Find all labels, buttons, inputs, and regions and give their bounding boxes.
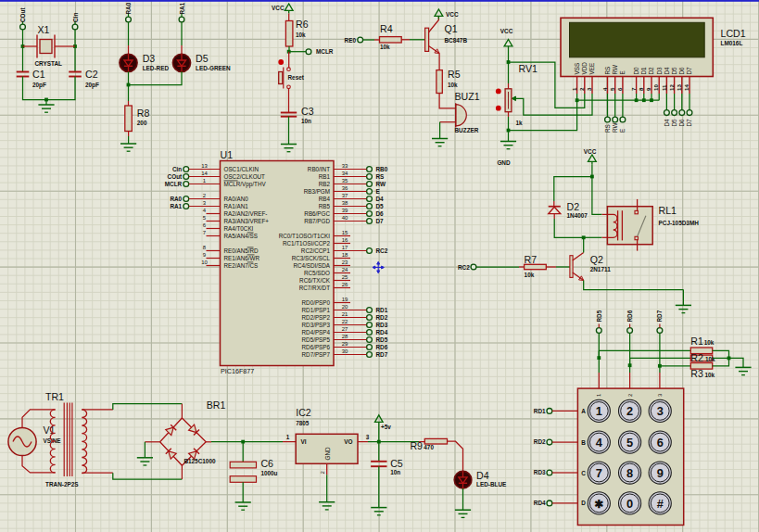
svg-text:7: 7 bbox=[630, 87, 637, 91]
svg-text:RC7/RX/DT: RC7/RX/DT bbox=[299, 285, 330, 291]
svg-text:34: 34 bbox=[342, 171, 348, 176]
svg-text:8: 8 bbox=[638, 87, 644, 91]
svg-text:RD7/PSP7: RD7/PSP7 bbox=[302, 351, 331, 358]
svg-text:RL1: RL1 bbox=[659, 205, 677, 216]
svg-text:RD3: RD3 bbox=[534, 469, 546, 475]
svg-text:D4: D4 bbox=[476, 470, 489, 481]
svg-text:D4: D4 bbox=[664, 119, 670, 127]
svg-text:D5: D5 bbox=[376, 203, 385, 209]
svg-text:LED-BLUE: LED-BLUE bbox=[476, 481, 507, 488]
svg-text:COut: COut bbox=[19, 7, 26, 22]
svg-text:B: B bbox=[581, 439, 586, 446]
svg-text:1N4007: 1N4007 bbox=[567, 212, 588, 219]
svg-text:✱: ✱ bbox=[594, 498, 603, 511]
svg-text:RC3/SCK/SCL: RC3/SCK/SCL bbox=[292, 255, 331, 261]
svg-text:470: 470 bbox=[424, 444, 434, 450]
svg-text:RC6/TX/CK: RC6/TX/CK bbox=[299, 277, 331, 284]
svg-text:RA5/AN4/SS: RA5/AN4/SS bbox=[224, 233, 258, 239]
svg-text:9: 9 bbox=[645, 87, 651, 91]
svg-text:D: D bbox=[581, 500, 586, 506]
svg-text:R5: R5 bbox=[448, 69, 461, 80]
svg-text:R8: R8 bbox=[137, 108, 150, 119]
svg-text:CRYSTAL: CRYSTAL bbox=[35, 60, 63, 67]
svg-text:D1: D1 bbox=[640, 67, 647, 75]
svg-text:4: 4 bbox=[601, 87, 608, 91]
svg-text:20pF: 20pF bbox=[32, 82, 46, 89]
svg-text:12: 12 bbox=[668, 84, 675, 91]
svg-text:10k: 10k bbox=[705, 372, 715, 378]
svg-text:7: 7 bbox=[596, 466, 602, 480]
svg-text:4: 4 bbox=[596, 436, 603, 450]
svg-text:U1: U1 bbox=[221, 149, 234, 160]
svg-text:D2: D2 bbox=[567, 201, 580, 212]
svg-text:RD5/PSP5: RD5/PSP5 bbox=[302, 336, 331, 343]
svg-text:RD1: RD1 bbox=[376, 307, 388, 313]
svg-text:VDD: VDD bbox=[581, 62, 588, 75]
svg-text:RB2: RB2 bbox=[319, 181, 331, 187]
svg-text:RC2: RC2 bbox=[458, 264, 470, 271]
svg-text:E: E bbox=[619, 129, 626, 133]
svg-text:10n: 10n bbox=[390, 469, 400, 475]
svg-text:0: 0 bbox=[626, 497, 633, 511]
svg-text:RE0: RE0 bbox=[345, 37, 357, 44]
svg-text:RD3: RD3 bbox=[376, 322, 388, 328]
svg-text:RW: RW bbox=[612, 65, 618, 74]
svg-text:RA0/AN0: RA0/AN0 bbox=[224, 196, 249, 202]
svg-text:10n: 10n bbox=[301, 118, 311, 124]
svg-text:RD4: RD4 bbox=[534, 500, 546, 506]
svg-text:RB7/PGD: RB7/PGD bbox=[304, 218, 330, 224]
svg-text:Q1: Q1 bbox=[445, 23, 458, 34]
svg-text:RA4/T0CKI: RA4/T0CKI bbox=[224, 225, 254, 232]
svg-text:BUZZER: BUZZER bbox=[455, 127, 479, 133]
svg-text:RD6: RD6 bbox=[376, 344, 388, 350]
svg-text:RB4: RB4 bbox=[319, 196, 331, 202]
svg-text:RB0/INT: RB0/INT bbox=[308, 166, 330, 172]
svg-text:X1: X1 bbox=[38, 24, 50, 35]
svg-text:RD2: RD2 bbox=[376, 314, 388, 321]
svg-text:2: 2 bbox=[578, 87, 585, 91]
svg-text:RW: RW bbox=[612, 123, 618, 133]
svg-text:23: 23 bbox=[342, 260, 348, 265]
svg-text:10k: 10k bbox=[296, 32, 306, 38]
svg-text:D3: D3 bbox=[656, 67, 663, 75]
svg-text:LED-RED: LED-RED bbox=[143, 65, 170, 71]
svg-text:3: 3 bbox=[657, 404, 664, 418]
svg-text:R7: R7 bbox=[525, 254, 538, 265]
svg-text:COut: COut bbox=[168, 173, 183, 180]
svg-text:GND: GND bbox=[497, 159, 511, 166]
svg-text:RS: RS bbox=[376, 173, 386, 180]
svg-text:39: 39 bbox=[342, 208, 348, 213]
svg-text:VCC: VCC bbox=[584, 148, 597, 155]
svg-text:VI: VI bbox=[301, 438, 307, 445]
svg-text:A: A bbox=[581, 408, 586, 414]
svg-text:D6: D6 bbox=[376, 210, 385, 217]
svg-text:RD2: RD2 bbox=[534, 438, 546, 445]
svg-text:D7: D7 bbox=[686, 67, 692, 75]
svg-text:15: 15 bbox=[342, 230, 348, 235]
svg-text:PCJ-105D3MH: PCJ-105D3MH bbox=[659, 220, 700, 226]
svg-text:22: 22 bbox=[342, 319, 348, 324]
svg-text:LED-GREEN: LED-GREEN bbox=[196, 65, 231, 71]
svg-text:D2: D2 bbox=[648, 67, 654, 75]
svg-text:TRAN-2P2S: TRAN-2P2S bbox=[45, 481, 79, 488]
svg-text:20pF: 20pF bbox=[85, 82, 99, 89]
svg-text:RB3/PGM: RB3/PGM bbox=[304, 188, 330, 195]
svg-text:10k: 10k bbox=[704, 339, 715, 346]
svg-text:RS: RS bbox=[604, 124, 611, 133]
svg-text:D4: D4 bbox=[664, 67, 670, 75]
svg-text:2: 2 bbox=[626, 404, 633, 418]
svg-text:RA1: RA1 bbox=[179, 2, 185, 14]
svg-text:Q2: Q2 bbox=[590, 254, 603, 265]
svg-text:7805: 7805 bbox=[296, 420, 310, 426]
svg-text:RD3/PSP3: RD3/PSP3 bbox=[302, 322, 331, 328]
svg-text:VEE: VEE bbox=[588, 63, 595, 75]
svg-text:3: 3 bbox=[366, 434, 370, 440]
svg-text:RD7: RD7 bbox=[656, 310, 663, 322]
svg-text:RD6: RD6 bbox=[626, 310, 633, 322]
svg-text:5: 5 bbox=[626, 436, 633, 450]
svg-text:RA1: RA1 bbox=[170, 203, 182, 209]
svg-text:RC5/SDO: RC5/SDO bbox=[304, 270, 330, 276]
svg-text:RE2/AN7/CS: RE2/AN7/CS bbox=[224, 262, 259, 269]
svg-text:35: 35 bbox=[342, 178, 348, 184]
svg-text:6: 6 bbox=[616, 87, 623, 91]
